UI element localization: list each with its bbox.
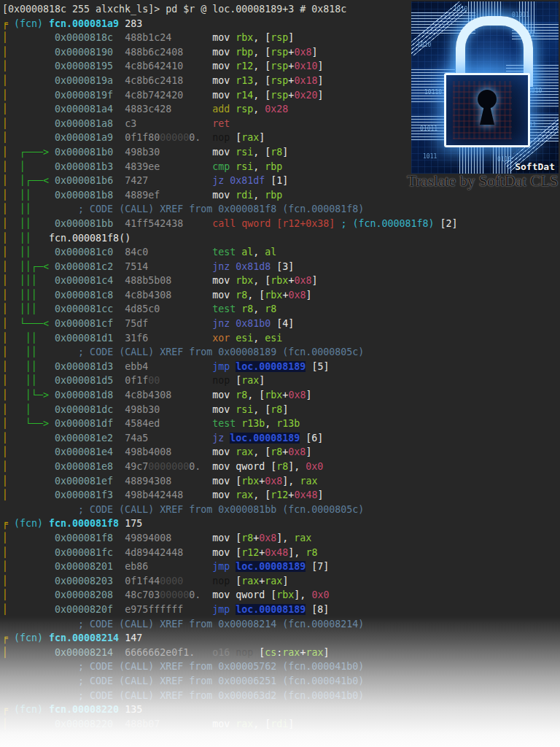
disasm-line: │ ││ fcn.000081f8() — [2, 231, 560, 246]
binary-text: 1010 — [417, 42, 431, 48]
disasm-line: │ 0x00008208 48c703000000. mov qword [rb… — [2, 588, 560, 603]
disasm-line: ; CODE (CALL) XREF from 0x000063d2 (fcn.… — [2, 689, 560, 703]
circuit-trace-decoration — [459, 146, 484, 174]
disasm-line: │ └──> 0x000081df 4584ed test r13b, r13b — [2, 417, 560, 431]
disasm-line: ; CODE (CALL) XREF from 0x00008214 (fcn.… — [2, 617, 560, 632]
softdat-watermark: SoftDat — [515, 161, 555, 172]
binary-text: 1011 — [423, 153, 437, 160]
disasm-line: │ 0x000081ef 48894308 mov [rbx+0x8], rax — [2, 474, 560, 489]
disasm-line: ╒ (fcn) fcn.00008220 135 — [2, 703, 560, 717]
disasm-line: │ ││ 0x000081d1 31f6 xor esi, esi — [2, 331, 560, 346]
padlock-body-icon — [444, 73, 530, 147]
disasm-line: │ 0x000081f8 49894008 mov [r8+0x8], rax — [2, 531, 560, 546]
disasm-line: │ ││ 0x000081d3 ebb4 jmp loc.00008189 [5… — [2, 360, 560, 374]
disasm-line: │ 0x00008220 488b07 mov rax, [rdi] — [2, 717, 560, 732]
disasm-line: ╒ (fcn) fcn.000081f8 175 — [2, 516, 560, 531]
disasm-line: │ │ 0x000081dc 498b30 mov rsi, [r8] — [2, 403, 560, 417]
disasm-line: │ 0x000081e4 498b4008 mov rax, [r8+0x8] — [2, 445, 560, 460]
disasm-line: │ 0x0000820f e975ffffff jmp loc.00008189… — [2, 603, 560, 617]
screenshot-root: [0x0000818c 255 alxchk_ls]> pd $r @ loc.… — [0, 0, 560, 747]
disasm-line: │ │││ 0x000081c4 488b5b08 mov rbx, [rbx+… — [2, 274, 560, 288]
disasm-line: │ 0x000081e2 74a5 jz loc.00008189 [6] — [2, 431, 560, 446]
disasm-line: ╒ (fcn) fcn.00008214 147 — [2, 631, 560, 646]
disasm-line: ; CODE (CALL) XREF from 0x000081bb (fcn.… — [2, 503, 560, 517]
disasm-line: │ 0x00008214 6666662e0f1. o16 nop [cs:ra… — [2, 646, 560, 660]
disasm-line: │ ││┌─< 0x000081c2 7514 jnz 0x81d8 [3] — [2, 260, 560, 274]
caption-text: Traslate by SoftDat CLS — [405, 172, 560, 190]
disasm-line: │ 0x00008203 0f1f440000 nop [rax+rax] — [2, 574, 560, 589]
disasm-line: │ ││ 0x000081d5 0f1f00 nop [rax] — [2, 374, 560, 388]
disasm-line: │ ││ ; CODE (CALL) XREF from 0x00008189 … — [2, 345, 560, 360]
disasm-line: │ ││ ; CODE (CALL) XREF from 0x000081f8 … — [2, 202, 560, 217]
binary-text: 01011 — [512, 12, 529, 18]
disasm-line: │ ││ 0x000081c0 84c0 test al, al — [2, 245, 560, 260]
disasm-line: │ 0x00008201 eb86 jmp loc.00008189 [7] — [2, 560, 560, 574]
disasm-line: │ 0x000081e8 49c700000000. mov qword [r8… — [2, 460, 560, 474]
binary-text: 0110 — [497, 156, 511, 163]
binary-text: 01011 — [420, 125, 438, 132]
disasm-line: ; CODE (CALL) XREF from 0x00005762 (fcn.… — [2, 659, 560, 674]
disasm-line: │ │└─> 0x000081d8 4c8b4308 mov r8, [rbx+… — [2, 388, 560, 403]
disasm-line: │ 0x000081f3 498b442448 mov rax, [r12+0x… — [2, 488, 560, 503]
disasm-line: │ │││ 0x000081cc 4d85c0 test r8, r8 — [2, 302, 560, 317]
binary-text: 1010 — [454, 6, 467, 12]
binary-text: 10110 — [424, 89, 442, 96]
keyhole-icon — [478, 90, 497, 125]
disasm-line: │ ││ 0x000081bb 41ff542438 call qword [r… — [2, 217, 560, 231]
disasm-line: ; CODE (CALL) XREF from 0x00006251 (fcn.… — [2, 674, 560, 689]
softdat-lock-image: 1010010110110101001011101110100110101101… — [411, 1, 559, 174]
disasm-line: │ └───< 0x000081cf 75df jnz 0x81b0 [4] — [2, 317, 560, 331]
disasm-line: │ 0x000081fc 4d89442448 mov [r12+0x48], … — [2, 546, 560, 560]
disasm-line: │ │││ 0x000081c8 4c8b4308 mov r8, [rbx+0… — [2, 288, 560, 303]
